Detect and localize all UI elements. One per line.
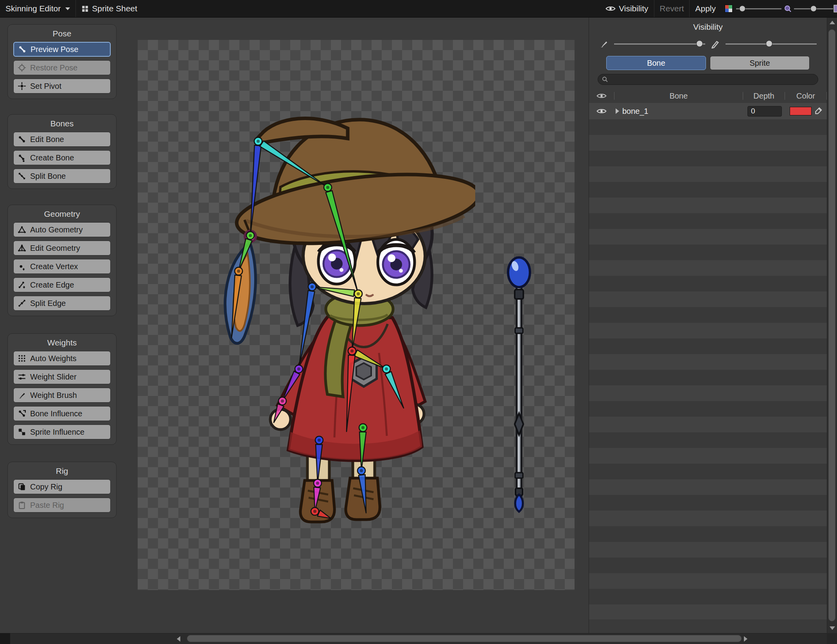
weights-panel: Weights Auto Weights Weight Slider Weigh…	[7, 333, 117, 445]
bone-search-field[interactable]	[598, 74, 818, 85]
sprite-influence-label: Sprite Influence	[30, 428, 84, 437]
expand-caret-icon[interactable]	[616, 108, 619, 114]
auto-weights-icon	[18, 354, 26, 363]
bones-panel: Bones Edit Bone Create Bone Split Bone	[7, 114, 117, 189]
weights-panel-title: Weights	[13, 337, 111, 349]
split-edge-label: Split Edge	[30, 299, 66, 308]
skinning-editor-dropdown[interactable]: Skinning Editor	[0, 0, 75, 18]
split-bone-button[interactable]: Split Bone	[13, 169, 111, 183]
create-vertex-button[interactable]: Create Vertex	[13, 259, 111, 274]
bone-influence-button[interactable]: Bone Influence	[13, 406, 111, 421]
edit-bone-label: Edit Bone	[30, 135, 64, 144]
create-bone-button[interactable]: Create Bone	[13, 150, 111, 165]
bone-name[interactable]: bone_1	[622, 107, 648, 116]
sprite-sheet-label: Sprite Sheet	[92, 4, 137, 13]
split-edge-icon	[18, 299, 26, 308]
edit-geometry-label: Edit Geometry	[30, 244, 80, 253]
scrollbar-corner-right	[827, 633, 837, 644]
sprite-sheet-grid-icon	[81, 5, 89, 13]
bone-influence-icon	[18, 409, 26, 418]
scrollbar-corner-left	[0, 633, 10, 644]
sprite-opacity-brush-icon	[711, 39, 720, 49]
horizontal-scrollbar[interactable]	[0, 633, 827, 644]
weight-brush-label: Weight Brush	[30, 391, 77, 400]
apply-button[interactable]: Apply	[690, 0, 721, 18]
edit-geometry-button[interactable]: Edit Geometry	[13, 241, 111, 255]
slider-handle[interactable]	[810, 5, 817, 12]
set-pivot-button[interactable]: Set Pivot	[13, 79, 111, 94]
scroll-left-arrow[interactable]	[177, 636, 180, 642]
slider-handle[interactable]	[766, 40, 772, 47]
visibility-column-eye-icon	[589, 93, 614, 99]
bone-color-swatch[interactable]	[790, 107, 812, 115]
create-edge-button[interactable]: Create Edge	[13, 277, 111, 292]
visibility-toggle-button[interactable]: Visibility	[600, 0, 654, 18]
scroll-up-arrow[interactable]	[830, 21, 835, 24]
search-input[interactable]	[611, 76, 814, 84]
set-pivot-label: Set Pivot	[30, 82, 61, 91]
toolbar-zoom-slider[interactable]	[794, 0, 833, 18]
weight-slider-button[interactable]: Weight Slider	[13, 369, 111, 384]
color-palette-icon[interactable]	[721, 0, 736, 18]
paste-rig-label: Paste Rig	[30, 501, 64, 510]
edit-bone-button[interactable]: Edit Bone	[13, 132, 111, 147]
tab-sprite-label: Sprite	[749, 59, 770, 68]
paste-rig-button[interactable]: Paste Rig	[13, 498, 111, 513]
vertical-scrollbar[interactable]	[827, 18, 837, 633]
visibility-sliders-row	[599, 38, 817, 50]
tab-bone-label: Bone	[647, 59, 665, 68]
bone-depth-input[interactable]	[747, 106, 782, 117]
search-icon	[602, 76, 608, 83]
auto-geometry-label: Auto Geometry	[30, 225, 83, 234]
skinning-editor-window: Skinning Editor Sprite Sheet Visibility …	[0, 0, 837, 644]
visibility-tabs: Bone Sprite	[606, 56, 810, 70]
bone-list-empty-rows	[589, 119, 827, 619]
eye-icon	[605, 5, 616, 12]
restore-pose-button[interactable]: Restore Pose	[13, 60, 111, 75]
weight-slider-label: Weight Slider	[30, 372, 77, 381]
create-edge-icon	[18, 281, 26, 289]
copy-rig-icon	[18, 482, 26, 491]
sprite-sheet-button[interactable]: Sprite Sheet	[76, 0, 143, 18]
preview-pose-button[interactable]: Preview Pose	[13, 42, 111, 57]
main-viewport: Pose Preview Pose Restore Pose Set Pivot…	[0, 18, 827, 633]
rig-panel: Rig Copy Rig Paste Rig	[7, 462, 117, 518]
column-header-color: Color	[785, 92, 826, 101]
slider-handle[interactable]	[696, 40, 703, 47]
weight-brush-button[interactable]: Weight Brush	[13, 388, 111, 403]
create-vertex-icon	[18, 262, 26, 271]
copy-rig-label: Copy Rig	[30, 482, 62, 491]
bone-visibility-toggle[interactable]	[589, 108, 614, 114]
copy-rig-button[interactable]: Copy Rig	[13, 479, 111, 494]
scroll-down-arrow[interactable]	[830, 626, 835, 630]
horizontal-scrollbar-thumb[interactable]	[187, 635, 742, 642]
toolbar-opacity-slider[interactable]	[736, 0, 781, 18]
pose-panel: Pose Preview Pose Restore Pose Set Pivot	[7, 24, 117, 99]
auto-weights-label: Auto Weights	[30, 354, 77, 363]
eyedropper-icon[interactable]	[814, 107, 823, 115]
auto-geometry-button[interactable]: Auto Geometry	[13, 222, 111, 237]
split-edge-button[interactable]: Split Edge	[13, 296, 111, 311]
zoom-icon[interactable]	[781, 0, 794, 18]
sprite-influence-button[interactable]: Sprite Influence	[13, 425, 111, 439]
geometry-panel-title: Geometry	[13, 208, 111, 220]
sprite-influence-icon	[18, 428, 26, 436]
revert-button[interactable]: Revert	[654, 0, 690, 18]
preview-pose-label: Preview Pose	[31, 45, 78, 54]
bone-opacity-slider[interactable]	[614, 38, 705, 50]
top-toolbar: Skinning Editor Sprite Sheet Visibility …	[0, 0, 837, 18]
slider-handle[interactable]	[739, 5, 745, 12]
sprite-opacity-slider[interactable]	[726, 38, 817, 50]
rig-panel-title: Rig	[13, 465, 111, 477]
tab-sprite[interactable]: Sprite	[710, 56, 810, 70]
preview-pose-icon	[18, 45, 27, 54]
tab-bone[interactable]: Bone	[606, 56, 706, 70]
scroll-right-arrow[interactable]	[744, 636, 747, 642]
split-bone-icon	[18, 172, 26, 180]
vertical-scrollbar-thumb[interactable]	[828, 29, 835, 621]
create-bone-icon	[18, 153, 26, 162]
visibility-panel: Visibility Bone	[589, 18, 827, 633]
create-edge-label: Create Edge	[30, 281, 74, 290]
auto-weights-button[interactable]: Auto Weights	[13, 351, 111, 366]
bone-list-row[interactable]: bone_1	[589, 103, 827, 119]
